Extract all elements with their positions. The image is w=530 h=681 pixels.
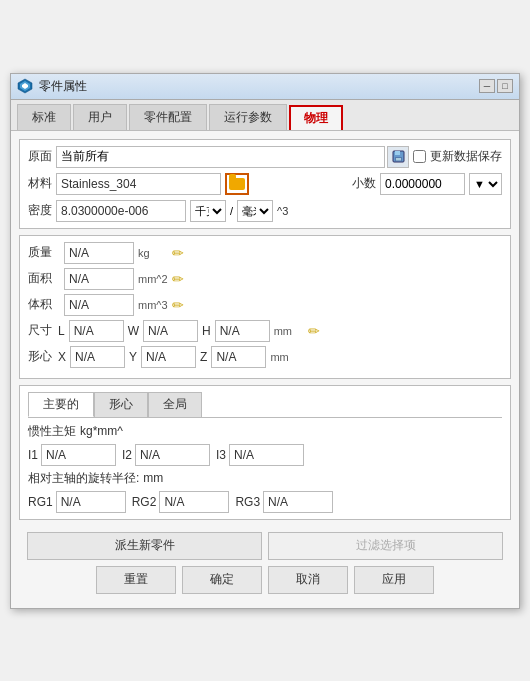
tab-physical[interactable]: 物理 bbox=[289, 105, 343, 130]
sub-tab-global[interactable]: 全局 bbox=[148, 392, 202, 417]
origin-select-wrapper bbox=[56, 146, 409, 168]
dim-row: 尺寸 L W H mm ✏ bbox=[28, 320, 502, 342]
volume-edit-icon[interactable]: ✏ bbox=[172, 297, 184, 313]
dim-label: 尺寸 bbox=[28, 322, 52, 339]
centroid-Y-label: Y bbox=[129, 350, 137, 364]
centroid-Z-input[interactable] bbox=[211, 346, 266, 368]
area-edit-icon[interactable]: ✏ bbox=[172, 271, 184, 287]
mass-label: 质量 bbox=[28, 244, 60, 261]
confirm-button[interactable]: 确定 bbox=[182, 566, 262, 594]
RG2-label: RG2 bbox=[132, 495, 157, 509]
tab-standard[interactable]: 标准 bbox=[17, 104, 71, 130]
update-data-label: 更新数据保存 bbox=[430, 148, 502, 165]
tab-run-params[interactable]: 运行参数 bbox=[209, 104, 287, 130]
decimal-section: 小数 ▼ bbox=[352, 173, 502, 195]
dim-unit: mm bbox=[274, 325, 304, 337]
titlebar: 零件属性 ─ □ bbox=[11, 74, 519, 100]
RG1-input[interactable] bbox=[56, 491, 126, 513]
filter-button[interactable]: 过滤选择项 bbox=[268, 532, 503, 560]
reset-button[interactable]: 重置 bbox=[96, 566, 176, 594]
update-data-checkbox[interactable] bbox=[413, 150, 426, 163]
material-input[interactable] bbox=[56, 173, 221, 195]
dim-L-input[interactable] bbox=[69, 320, 124, 342]
centroid-label: 形心 bbox=[28, 348, 52, 365]
mass-input[interactable] bbox=[64, 242, 134, 264]
RG2-item: RG2 bbox=[132, 491, 230, 513]
apply-button[interactable]: 应用 bbox=[354, 566, 434, 594]
I3-label: I3 bbox=[216, 448, 226, 462]
inertia-label-row: 惯性主矩 kg*mm^ bbox=[28, 423, 502, 440]
RG2-input[interactable] bbox=[159, 491, 229, 513]
decimal-label: 小数 bbox=[352, 175, 376, 192]
dim-L-label: L bbox=[58, 324, 65, 338]
svg-rect-4 bbox=[395, 151, 400, 155]
centroid-Z-label: Z bbox=[200, 350, 207, 364]
I2-input[interactable] bbox=[135, 444, 210, 466]
I3-item: I3 bbox=[216, 444, 304, 466]
main-window: 零件属性 ─ □ 标准 用户 零件配置 运行参数 物理 原面 bbox=[10, 73, 520, 609]
RG3-item: RG3 bbox=[235, 491, 333, 513]
mass-row: 质量 kg ✏ bbox=[28, 242, 502, 264]
main-tabbar: 标准 用户 零件配置 运行参数 物理 bbox=[11, 100, 519, 131]
centroid-X-label: X bbox=[58, 350, 66, 364]
tab-part-config[interactable]: 零件配置 bbox=[129, 104, 207, 130]
I3-input[interactable] bbox=[229, 444, 304, 466]
radius-label: 相对主轴的旋转半径: bbox=[28, 470, 139, 487]
derive-button[interactable]: 派生新零件 bbox=[27, 532, 262, 560]
area-label: 面积 bbox=[28, 270, 60, 287]
material-label: 材料 bbox=[28, 175, 52, 192]
RG1-item: RG1 bbox=[28, 491, 126, 513]
decimal-select[interactable]: ▼ bbox=[469, 173, 502, 195]
density-unit2-select[interactable]: 毫米 bbox=[237, 200, 273, 222]
tab-user[interactable]: 用户 bbox=[73, 104, 127, 130]
minimize-button[interactable]: ─ bbox=[479, 79, 495, 93]
inertia-unit: kg*mm^ bbox=[80, 424, 123, 438]
density-input[interactable] bbox=[56, 200, 186, 222]
centroid-row: 形心 X Y Z mm bbox=[28, 346, 502, 368]
centroid-X-input[interactable] bbox=[70, 346, 125, 368]
origin-select[interactable] bbox=[56, 146, 385, 168]
dim-W-input[interactable] bbox=[143, 320, 198, 342]
i-values-row: I1 I2 I3 bbox=[28, 444, 502, 466]
sub-tab-centroid[interactable]: 形心 bbox=[94, 392, 148, 417]
area-input[interactable] bbox=[64, 268, 134, 290]
inertia-label: 惯性主矩 bbox=[28, 423, 76, 440]
update-row: 更新数据保存 bbox=[413, 148, 502, 165]
window-title: 零件属性 bbox=[39, 78, 473, 95]
cancel-button[interactable]: 取消 bbox=[268, 566, 348, 594]
decimal-input[interactable] bbox=[380, 173, 465, 195]
density-label: 密度 bbox=[28, 202, 52, 219]
content-area: 原面 更新数据保存 bbox=[11, 131, 519, 608]
RG3-input[interactable] bbox=[263, 491, 333, 513]
volume-label: 体积 bbox=[28, 296, 60, 313]
dim-H-input[interactable] bbox=[215, 320, 270, 342]
measurements-section: 质量 kg ✏ 面积 mm^2 ✏ 体积 mm^3 ✏ 尺寸 bbox=[19, 235, 511, 379]
maximize-button[interactable]: □ bbox=[497, 79, 513, 93]
dim-edit-icon[interactable]: ✏ bbox=[308, 323, 320, 339]
I2-item: I2 bbox=[122, 444, 210, 466]
rg-values-row: RG1 RG2 RG3 bbox=[28, 491, 502, 513]
centroid-Y-input[interactable] bbox=[141, 346, 196, 368]
area-unit: mm^2 bbox=[138, 273, 168, 285]
area-row: 面积 mm^2 ✏ bbox=[28, 268, 502, 290]
folder-button[interactable] bbox=[225, 173, 249, 195]
I1-label: I1 bbox=[28, 448, 38, 462]
save-diskette-button[interactable] bbox=[387, 146, 409, 168]
dim-H-label: H bbox=[202, 324, 211, 338]
radius-unit: mm bbox=[143, 471, 163, 485]
volume-input[interactable] bbox=[64, 294, 134, 316]
dim-W-label: W bbox=[128, 324, 139, 338]
I2-label: I2 bbox=[122, 448, 132, 462]
density-unit1-select[interactable]: 千克 bbox=[190, 200, 226, 222]
action-row: 重置 确定 取消 应用 bbox=[27, 566, 503, 594]
volume-row: 体积 mm^3 ✏ bbox=[28, 294, 502, 316]
bottom-section: 派生新零件 过滤选择项 重置 确定 取消 应用 bbox=[19, 526, 511, 600]
I1-input[interactable] bbox=[41, 444, 116, 466]
RG1-label: RG1 bbox=[28, 495, 53, 509]
volume-unit: mm^3 bbox=[138, 299, 168, 311]
centroid-unit: mm bbox=[270, 351, 300, 363]
top-section: 原面 更新数据保存 bbox=[19, 139, 511, 229]
density-row: 密度 千克 / 毫米 ^3 bbox=[28, 200, 502, 222]
mass-edit-icon[interactable]: ✏ bbox=[172, 245, 184, 261]
sub-tab-primary[interactable]: 主要的 bbox=[28, 392, 94, 417]
